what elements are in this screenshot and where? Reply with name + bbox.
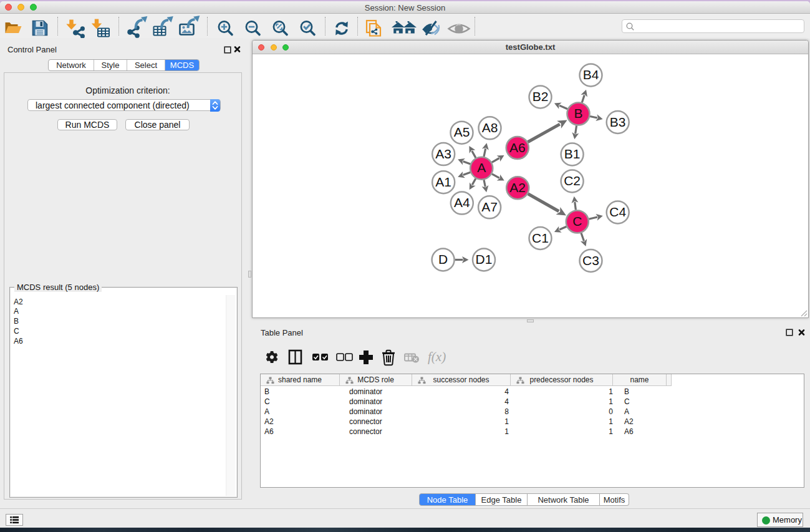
svg-text:A6: A6 [509, 140, 526, 155]
svg-text:B3: B3 [610, 115, 626, 129]
svg-text:f(x): f(x) [428, 349, 446, 364]
svg-text:C2: C2 [564, 173, 581, 188]
svg-text:B4: B4 [583, 67, 599, 82]
svg-text:B1: B1 [564, 147, 581, 161]
svg-text:C: C [572, 214, 582, 228]
svg-text:B2: B2 [533, 89, 549, 104]
svg-text:D1: D1 [476, 252, 493, 266]
svg-text:A: A [477, 160, 486, 175]
svg-text:C3: C3 [582, 253, 599, 268]
svg-text:A4: A4 [454, 195, 470, 210]
svg-text:A1: A1 [435, 175, 451, 189]
svg-text:A5: A5 [454, 125, 470, 139]
svg-text:B: B [574, 106, 582, 120]
svg-text:A2: A2 [509, 180, 526, 195]
svg-text:A3: A3 [435, 147, 451, 161]
svg-text:C4: C4 [609, 205, 626, 219]
svg-text:C1: C1 [532, 231, 549, 245]
svg-text:D: D [438, 252, 448, 266]
svg-text:A8: A8 [482, 120, 498, 135]
svg-text:A7: A7 [481, 200, 498, 214]
